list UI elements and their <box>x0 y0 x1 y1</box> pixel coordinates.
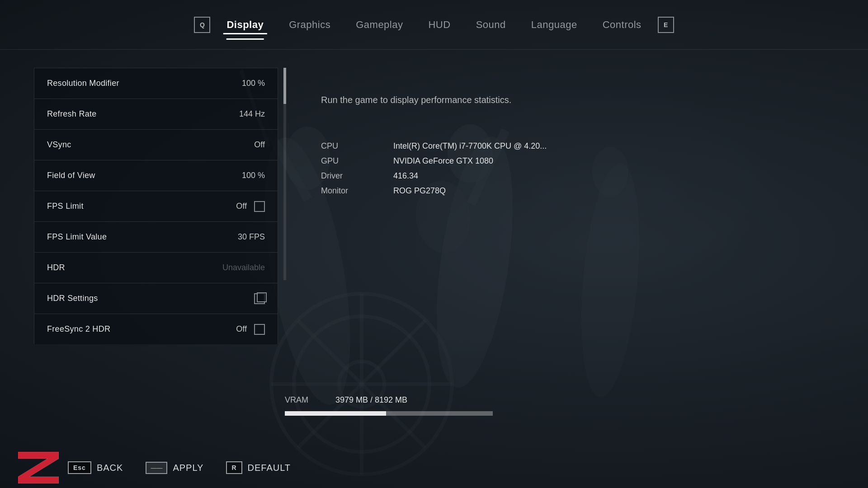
esc-key: Esc <box>68 461 91 474</box>
vram-section: VRAM 3979 MB / 8192 MB <box>285 395 493 416</box>
svg-marker-19 <box>18 452 59 483</box>
right-key: E <box>658 17 674 33</box>
vram-label: VRAM <box>285 395 308 405</box>
setting-vsync[interactable]: VSync Off <box>34 129 278 160</box>
hdr-settings-icon <box>254 293 265 304</box>
driver-value: 416.34 <box>393 171 832 181</box>
gpu-label: GPU <box>321 156 375 166</box>
default-action[interactable]: R DEFAULT <box>226 461 291 474</box>
driver-label: Driver <box>321 171 375 181</box>
gpu-value: NVIDIA GeForce GTX 1080 <box>393 156 832 166</box>
tab-graphics[interactable]: Graphics <box>276 15 343 34</box>
tab-sound[interactable]: Sound <box>463 15 519 34</box>
tab-controls[interactable]: Controls <box>590 15 654 34</box>
bottom-bar: Esc BACK —— APPLY R DEFAULT <box>0 447 868 488</box>
navigation: Q Display Graphics Gameplay HUD Sound La… <box>0 0 868 50</box>
setting-fps-limit[interactable]: FPS Limit Off <box>34 191 278 221</box>
default-label: DEFAULT <box>248 463 291 473</box>
vram-bar-free <box>386 411 493 416</box>
setting-field-of-view[interactable]: Field of View 100 % <box>34 160 278 191</box>
performance-message: Run the game to display performance stat… <box>321 95 832 105</box>
tab-gameplay[interactable]: Gameplay <box>343 15 415 34</box>
cpu-label: CPU <box>321 141 375 151</box>
freesync-checkbox[interactable] <box>254 324 265 335</box>
apply-label: APPLY <box>173 463 203 473</box>
apply-action[interactable]: —— APPLY <box>146 462 203 474</box>
setting-freesync-2-hdr[interactable]: FreeSync 2 HDR Off <box>34 314 278 344</box>
setting-resolution-modifier[interactable]: Resolution Modifier 100 % <box>34 68 278 99</box>
tab-language[interactable]: Language <box>519 15 590 34</box>
apply-key: —— <box>146 462 167 474</box>
vram-bar-used <box>285 411 386 416</box>
back-label: BACK <box>97 463 123 473</box>
settings-panel: Resolution Modifier 100 % Refresh Rate 1… <box>34 68 278 344</box>
fps-limit-checkbox[interactable] <box>254 201 265 212</box>
left-key: Q <box>194 17 210 33</box>
logo-icon <box>18 452 59 483</box>
vram-display: 3979 MB / 8192 MB <box>335 395 407 405</box>
hardware-info: CPU Intel(R) Core(TM) i7-7700K CPU @ 4.2… <box>321 141 832 196</box>
vram-bar <box>285 411 493 416</box>
cpu-value: Intel(R) Core(TM) i7-7700K CPU @ 4.20... <box>393 141 832 151</box>
back-action[interactable]: Esc BACK <box>68 461 123 474</box>
monitor-value: ROG PG278Q <box>393 186 832 196</box>
performance-panel: Run the game to display performance stat… <box>285 68 868 250</box>
tab-display[interactable]: Display <box>214 15 276 34</box>
setting-hdr[interactable]: HDR Unavailable <box>34 252 278 283</box>
tab-hud[interactable]: HUD <box>415 15 463 34</box>
setting-fps-limit-value[interactable]: FPS Limit Value 30 FPS <box>34 221 278 252</box>
monitor-label: Monitor <box>321 186 375 196</box>
setting-refresh-rate[interactable]: Refresh Rate 144 Hz <box>34 99 278 129</box>
setting-hdr-settings[interactable]: HDR Settings <box>34 283 278 314</box>
default-key: R <box>226 461 242 474</box>
